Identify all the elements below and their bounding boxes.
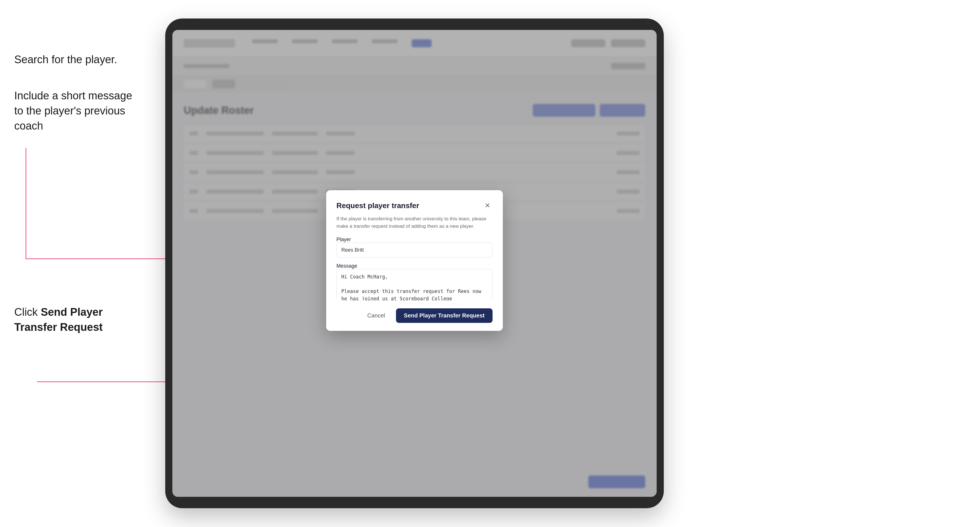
tablet-screen: Update Roster [172,30,657,497]
message-label: Message [336,263,357,269]
annotation-area: Search for the player. Include a short m… [0,0,159,527]
annotation-search: Search for the player. [14,53,117,67]
tablet-device: Update Roster [165,19,664,508]
send-transfer-request-button[interactable]: Send Player Transfer Request [396,308,493,323]
player-label: Player [336,237,351,242]
annotation-message: Include a short messageto the player's p… [14,88,134,134]
message-textarea[interactable]: Hi Coach McHarg, Please accept this tran… [336,269,493,300]
cancel-button[interactable]: Cancel [361,310,391,322]
arrow-line-vertical-1 [25,148,26,259]
modal-description: If the player is transferring from anoth… [336,215,493,230]
modal-dialog: Request player transfer ✕ If the player … [326,190,503,331]
modal-footer: Cancel Send Player Transfer Request [336,308,493,323]
modal-title: Request player transfer [336,201,419,210]
annotation-click: Click Send PlayerTransfer Request [14,305,134,335]
modal-close-button[interactable]: ✕ [482,200,493,211]
modal-header: Request player transfer ✕ [336,200,493,211]
player-input[interactable] [336,243,493,257]
